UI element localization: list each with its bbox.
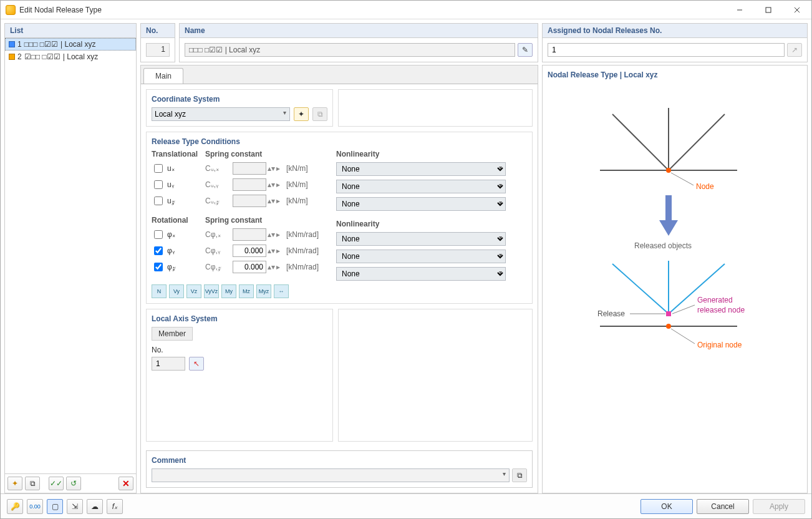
tab-main[interactable]: Main [143,68,183,84]
list-item[interactable]: 1 □□□ □☑☑ | Local xyz [5,38,136,51]
render-button[interactable]: ☁ [87,499,103,514]
pick-release-button[interactable]: ↗ [787,43,802,57]
rot-nonlin-select[interactable]: None [336,232,506,246]
gen-released-label: Generatedreleased node [697,296,745,314]
svg-line-9 [671,173,694,185]
member-button[interactable]: Member [152,327,193,341]
rot-check[interactable]: φₓ [152,228,205,241]
released-objects-label: Released objects [634,241,692,250]
trans-nonlin-select[interactable]: None [336,180,506,193]
new-item-button[interactable]: ✦ [7,477,22,490]
ok-button[interactable]: OK [640,499,693,514]
uncheck-all-button[interactable]: ↺ [66,477,81,490]
coord-title: Coordinate System [152,95,327,104]
node-label: Node [696,182,714,191]
rot-spring-input: ▴▾▸ [233,228,286,241]
list-panel: List 1 □□□ □☑☑ | Local xyz 2 ☑□□ □☑☑ | L… [4,23,137,493]
local-axis-panel: Local Axis System Member No. ↖ [146,309,333,442]
tabstrip: Main [141,65,538,84]
coord-edit-button[interactable]: ⧉ [312,107,327,121]
svg-rect-1 [766,7,771,12]
list-header: List [5,24,136,38]
local-axis-pick-button[interactable]: ↖ [189,357,204,371]
rot-check[interactable]: φᵧ [152,245,205,257]
check-all-button[interactable]: ✓✓ [49,477,64,490]
rot-check[interactable]: φ𝓏 [152,261,205,273]
trans-check[interactable]: uₓ [152,162,205,175]
local-axis-title: Local Axis System [152,314,327,323]
quick-myz-button[interactable]: Myz [256,284,271,298]
list-body[interactable]: 1 □□□ □☑☑ | Local xyz 2 ☑□□ □☑☑ | Local … [5,38,136,473]
release-title: Release Type Conditions [152,137,527,146]
trans-check[interactable]: u𝓏 [152,195,205,207]
units-button[interactable]: 0.00 [27,499,43,514]
copy-item-button[interactable]: ⧉ [25,477,40,490]
rot-nonlin-select[interactable]: None [336,250,506,263]
quick-mz-button[interactable]: Mz [239,284,254,298]
no-header: No. [141,24,175,38]
name-input[interactable] [185,43,515,57]
name-header: Name [180,24,538,38]
quick-↔-button[interactable]: ↔ [274,284,289,298]
nonlin-header: Nonlinearity [336,150,506,158]
close-button[interactable] [783,1,811,19]
no-value: 1 [146,43,170,57]
svg-line-10 [612,264,669,314]
svg-line-5 [669,114,725,170]
release-label: Release [597,309,625,318]
coord-new-button[interactable]: ✦ [294,107,309,121]
help-button[interactable]: 🔑 [7,499,23,514]
nonlin-header-rot: Nonlinearity [336,220,506,228]
color-swatch [9,54,15,60]
quick-vz-button[interactable]: Vz [186,284,201,298]
trans-check[interactable]: uᵧ [152,178,205,191]
svg-point-8 [666,168,671,173]
preview-diagram: Node Released objects [548,83,802,488]
color-swatch [9,41,15,47]
comment-copy-button[interactable]: ⧉ [512,468,527,482]
coord-select[interactable]: Local xyz [152,107,290,121]
edit-name-button[interactable]: ✎ [518,43,533,57]
trans-nonlin-select[interactable]: None [336,162,506,176]
preview-title: Nodal Release Type | Local xyz [548,70,802,79]
release-panel: Release Type Conditions TranslationalSpr… [146,132,533,304]
main-column: Main Coordinate System Local xyz ✦ ⧉ [140,65,538,493]
no-box: No. 1 [140,23,175,62]
quick-vy-button[interactable]: Vy [169,284,184,298]
trans-spring-input: ▴▾▸ [233,178,286,191]
view-button[interactable]: ▢ [47,499,63,514]
rot-spring-input[interactable]: ▴▾▸ [233,261,286,273]
rot-nonlin-select[interactable]: None [336,267,506,281]
local-axis-no-input[interactable] [152,357,185,371]
list-toolbar: ✦ ⧉ ✓✓ ↺ ✕ [5,473,136,493]
orig-node-label: Original node [697,341,742,349]
comment-panel: Comment ⧉ [146,450,533,488]
trans-spring-input: ▴▾▸ [233,195,286,207]
cancel-button[interactable]: Cancel [697,499,749,514]
rot-spring-input[interactable]: ▴▾▸ [233,245,286,257]
svg-point-15 [666,324,671,329]
quick-my-button[interactable]: My [221,284,236,298]
assigned-box: Assigned to Nodal Releases No. ↗ [542,23,808,62]
quick-n-button[interactable]: N [152,284,167,298]
quick-vyvz-button[interactable]: VyVz [204,284,219,298]
trans-spring-input: ▴▾▸ [233,162,286,175]
coord-panel: Coordinate System Local xyz ✦ ⧉ [146,89,333,127]
fx-button[interactable]: fₓ [107,499,123,514]
delete-item-button[interactable]: ✕ [118,477,133,490]
maximize-button[interactable] [754,1,783,19]
apply-button[interactable]: Apply [753,499,805,514]
list-item[interactable]: 2 ☑□□ □☑☑ | Local xyz [5,51,136,63]
preview-panel: Nodal Release Type | Local xyz Nod [542,65,808,493]
assigned-input[interactable] [548,43,785,57]
trans-nonlin-select[interactable]: None [336,197,506,211]
bottom-bar: 🔑 0.00 ▢ ⇲ ☁ fₓ OK Cancel Apply [1,493,811,518]
dialog-window: Edit Nodal Release Type List 1 □□□ □☑☑ |… [0,0,812,519]
name-box: Name ✎ [179,23,538,62]
window-title: Edit Nodal Release Type [19,6,725,14]
comment-input[interactable] [152,468,510,482]
app-icon [6,5,16,15]
axes-button[interactable]: ⇲ [67,499,83,514]
minimize-button[interactable] [725,1,754,19]
svg-line-18 [671,329,695,344]
